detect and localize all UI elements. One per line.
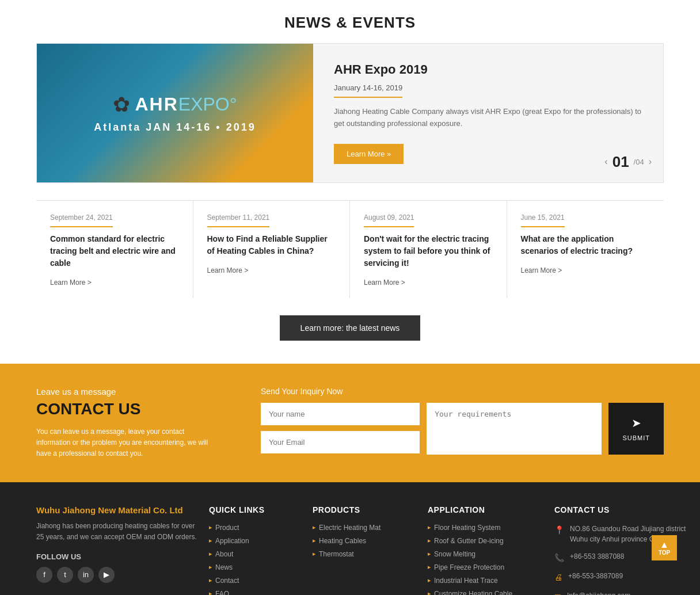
- footer-link-customize-cable[interactable]: Customize Heating Cable: [428, 590, 543, 595]
- footer-application: APPLICATION Floor Heating System Roof & …: [428, 505, 543, 595]
- expo-flower-icon: ✿: [113, 93, 130, 117]
- prev-arrow[interactable]: ‹: [604, 157, 607, 167]
- footer-link-heating-cables[interactable]: Heating Cables: [313, 537, 416, 545]
- contact-submit-button[interactable]: ➤ SUBMIT: [608, 403, 664, 455]
- youtube-icon[interactable]: ▶: [98, 567, 115, 583]
- footer-quick-links: QUICK LINKS Product Application About Ne…: [209, 505, 301, 595]
- hero-date: January 14-16, 2019: [334, 83, 402, 98]
- news-date-3: August 09, 2021: [364, 213, 414, 227]
- news-headline-3: Don't wait for the electric tracing syst…: [364, 233, 493, 269]
- submit-arrow-icon: ➤: [631, 416, 641, 430]
- footer-link-roof-gutter[interactable]: Roof & Gutter De-icing: [428, 537, 543, 545]
- footer-link-product[interactable]: Product: [209, 524, 301, 532]
- email-icon: ✉: [554, 591, 561, 595]
- hero-title: AHR Expo 2019: [334, 62, 642, 77]
- contact-left: Leave us a message CONTACT US You can le…: [36, 387, 238, 460]
- news-learn-1[interactable]: Learn More >: [50, 279, 179, 287]
- footer-link-floor-heating[interactable]: Floor Heating System: [428, 524, 543, 532]
- news-date-2: September 11, 2021: [207, 213, 270, 227]
- news-headline-1: Common standard for electric tracing bel…: [50, 233, 179, 269]
- news-date-1: September 24, 2021: [50, 213, 113, 227]
- contact-us-title: CONTACT US: [554, 505, 693, 514]
- news-learn-4[interactable]: Learn More >: [521, 266, 650, 274]
- footer-phone2-text: +86-553-3887089: [568, 571, 623, 581]
- contact-right: Send Your Inquiry Now ➤ SUBMIT: [261, 387, 664, 455]
- slide-current: 01: [612, 153, 629, 171]
- footer-follow-label: FOLLOW US: [36, 552, 197, 561]
- top-arrow-icon: ▲: [660, 540, 669, 550]
- contact-email-input[interactable]: [261, 431, 420, 453]
- more-btn-wrap: Learn more: the latest news: [0, 315, 700, 341]
- news-item: September 11, 2021 How to Find a Reliabl…: [193, 201, 351, 298]
- contact-form: ➤ SUBMIT: [261, 403, 664, 455]
- footer-link-pipe-freeze[interactable]: Pipe Freeze Protection: [428, 563, 543, 571]
- slide-total: /04: [634, 158, 644, 166]
- news-item: September 24, 2021 Common standard for e…: [36, 201, 193, 298]
- top-label: TOP: [659, 550, 670, 556]
- products-title: PRODUCTS: [313, 505, 416, 514]
- footer-link-thermostat[interactable]: Thermostat: [313, 550, 416, 558]
- contact-description: You can leave us a message, leave your c…: [36, 426, 209, 460]
- footer-brand: Wuhu Jiahong New Material Co. Ltd Jiahon…: [36, 505, 197, 595]
- contact-leave-label: Leave us a message: [36, 387, 238, 396]
- phone-icon: 📞: [554, 552, 564, 564]
- expo-city-text: Atlanta JAN 14-16 • 2019: [94, 121, 256, 134]
- news-date-4: June 15, 2021: [521, 213, 565, 227]
- submit-label: SUBMIT: [622, 434, 650, 441]
- news-item: August 09, 2021 Don't wait for the elect…: [350, 201, 507, 298]
- expo-ahr-text: AHR: [135, 94, 178, 115]
- contact-title: CONTACT US: [36, 400, 238, 418]
- inquiry-label: Send Your Inquiry Now: [261, 387, 664, 396]
- news-headline-4: What are the application scenarios of el…: [521, 233, 650, 257]
- more-news-button[interactable]: Learn more: the latest news: [280, 315, 421, 341]
- fax-icon: 🖨: [554, 571, 562, 583]
- news-learn-3[interactable]: Learn More >: [364, 279, 493, 287]
- footer-link-faq[interactable]: FAQ: [209, 590, 301, 595]
- footer-brand-desc: Jiahong has been producing heating cable…: [36, 521, 197, 543]
- hero-image: ✿ AHREXPO° Atlanta JAN 14-16 • 2019: [37, 44, 313, 182]
- footer-link-industrial-heat[interactable]: Industrial Heat Trace: [428, 577, 543, 585]
- expo-expo-text: EXPO°: [178, 94, 237, 115]
- contact-requirements-textarea[interactable]: [427, 403, 602, 455]
- footer-phone1-text: +86-553 3887088: [570, 551, 624, 562]
- location-icon: 📍: [554, 524, 564, 536]
- news-headline-2: How to Find a Reliable Supplier of Heati…: [207, 233, 336, 257]
- news-item: June 15, 2021 What are the application s…: [507, 201, 664, 298]
- footer-link-contact[interactable]: Contact: [209, 577, 301, 585]
- footer-link-about[interactable]: About: [209, 550, 301, 558]
- application-title: APPLICATION: [428, 505, 543, 514]
- quick-links-title: QUICK LINKS: [209, 505, 301, 514]
- footer-link-news[interactable]: News: [209, 563, 301, 571]
- footer-link-snow-melting[interactable]: Snow Melting: [428, 550, 543, 558]
- page-title: NEWS & EVENTS: [0, 0, 700, 43]
- hero-learn-more-button[interactable]: Learn More »: [334, 144, 404, 164]
- footer-phone2: 🖨 +86-553-3887089: [554, 571, 693, 583]
- footer-brand-name: Wuhu Jiahong New Material Co. Ltd: [36, 505, 197, 515]
- twitter-icon[interactable]: t: [57, 567, 73, 583]
- footer-products: PRODUCTS Electric Heating Mat Heating Ca…: [313, 505, 416, 595]
- contact-section: Leave us a message CONTACT US You can le…: [0, 364, 700, 483]
- hero-navigation: ‹ 01 /04 ›: [604, 153, 652, 171]
- facebook-icon[interactable]: f: [36, 567, 52, 583]
- footer-email-text: Info@ahjiahong.com: [567, 590, 630, 595]
- next-arrow[interactable]: ›: [649, 157, 652, 167]
- footer: Wuhu Jiahong New Material Co. Ltd Jiahon…: [0, 482, 700, 595]
- hero-section: ✿ AHREXPO° Atlanta JAN 14-16 • 2019 AHR …: [36, 43, 664, 183]
- news-grid: September 24, 2021 Common standard for e…: [36, 200, 664, 298]
- contact-name-input[interactable]: [261, 403, 420, 425]
- footer-link-application[interactable]: Application: [209, 537, 301, 545]
- social-icons: f t in ▶: [36, 567, 197, 583]
- footer-link-heating-mat[interactable]: Electric Heating Mat: [313, 524, 416, 532]
- footer-email: ✉ Info@ahjiahong.com: [554, 590, 693, 595]
- news-learn-2[interactable]: Learn More >: [207, 266, 336, 274]
- hero-description: Jiahong Heating Cable Company always vis…: [334, 106, 642, 130]
- back-to-top-button[interactable]: ▲ TOP: [652, 535, 677, 560]
- linkedin-icon[interactable]: in: [78, 567, 94, 583]
- hero-content: AHR Expo 2019 January 14-16, 2019 Jiahon…: [313, 44, 663, 182]
